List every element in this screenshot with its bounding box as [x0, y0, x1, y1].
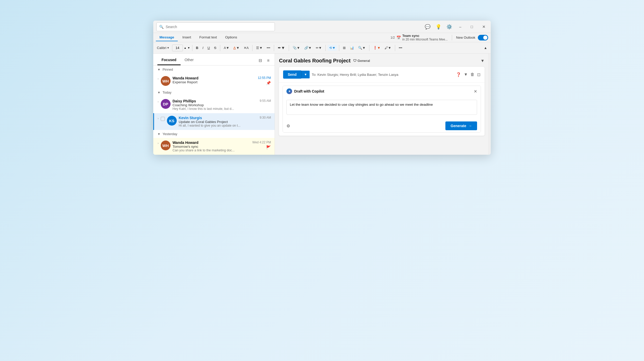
- pop-out-icon[interactable]: ⊡: [477, 72, 480, 77]
- editor-button[interactable]: ✒▼: [276, 44, 287, 51]
- focused-other-tabs: Focused Other ⊟ ≡: [153, 54, 275, 65]
- expand-arrow[interactable]: ›: [158, 100, 159, 103]
- email-sender: Wanda Howard: [173, 76, 256, 80]
- copilot-prompt-input[interactable]: Let the team know we decided to use clay…: [286, 100, 477, 115]
- copilot-close-button[interactable]: ✕: [474, 89, 477, 94]
- maximize-button[interactable]: □: [469, 23, 475, 30]
- underline-button[interactable]: U: [206, 45, 211, 51]
- link-button[interactable]: 🔗▼: [303, 45, 313, 51]
- copilot-icon: ✦: [286, 88, 292, 94]
- general-label: General: [358, 59, 370, 63]
- meeting-subtitle: in 20 min Microsoft Teams Mee...: [402, 38, 448, 41]
- search-input[interactable]: [166, 25, 272, 29]
- tab-options[interactable]: Options: [222, 34, 241, 41]
- layout-icon[interactable]: ⊟: [258, 57, 263, 64]
- to-icons: ❓ ▼ 🗑 ⊡: [456, 72, 480, 77]
- copilot-title-text: Draft with Copilot: [294, 89, 324, 93]
- collapse-view-button[interactable]: ▼: [480, 59, 485, 63]
- yesterday-label: Yesterday: [163, 132, 177, 136]
- editor-icon: ✒▼: [278, 45, 285, 50]
- filter-icon[interactable]: ≡: [266, 57, 270, 64]
- scrollbar[interactable]: [489, 54, 491, 155]
- importance-button[interactable]: ❗▼: [371, 45, 382, 51]
- fo-icons: ⊟ ≡: [258, 57, 270, 64]
- font-size-down[interactable]: ▼: [188, 46, 190, 49]
- expand-arrow[interactable]: ›: [158, 117, 159, 120]
- list-button[interactable]: ☰▼: [255, 45, 264, 51]
- settings-icon[interactable]: ⚙️: [446, 24, 452, 30]
- strikethrough-button[interactable]: S: [213, 45, 218, 51]
- clear-format-button[interactable]: ✕A: [242, 45, 250, 51]
- send-dropdown-button[interactable]: ▼: [301, 71, 310, 78]
- email-time: Wed 4:22 PM: [252, 141, 271, 144]
- chart-button[interactable]: 📊: [348, 45, 355, 51]
- more-button[interactable]: •••: [265, 45, 272, 51]
- strikethrough-icon: S: [214, 46, 216, 50]
- font-color-button[interactable]: A▼: [232, 45, 241, 51]
- table-icon: ⊞: [343, 46, 346, 50]
- font-dropdown[interactable]: Calibri ▼: [155, 45, 171, 51]
- close-button[interactable]: ✕: [480, 23, 488, 30]
- pinned-section-header[interactable]: ▼ Pinned: [153, 65, 275, 73]
- avatar: WH: [161, 76, 171, 86]
- send-button-group: Send ▼: [283, 70, 310, 79]
- email-body: Daisy Phillips Coaching Workshop Hey Kat…: [173, 99, 258, 111]
- separator-4: [274, 45, 274, 51]
- tab-other[interactable]: Other: [181, 56, 198, 65]
- sensitivity-button[interactable]: 🖊▼: [383, 45, 393, 51]
- bold-button[interactable]: B: [194, 45, 200, 51]
- table-button[interactable]: ⊞: [341, 45, 347, 51]
- avatar: DP: [161, 99, 171, 109]
- separator-5: [289, 45, 289, 51]
- loop-icon: ⟲▼: [329, 46, 335, 50]
- expand-arrow[interactable]: ›: [158, 77, 159, 80]
- email-subject-heading: Coral Gables Roofing Project: [279, 58, 351, 64]
- yesterday-section-header[interactable]: ▼ Yesterday: [153, 130, 275, 138]
- today-section-header[interactable]: ▼ Today: [153, 88, 275, 96]
- email-item-wh-expense[interactable]: › WH Wanda Howard Expense Report 12:55 P…: [153, 73, 275, 88]
- email-checkbox[interactable]: [161, 117, 165, 121]
- email-subject: Expense Report: [173, 80, 256, 84]
- email-preview: Hey Katri, I know this is last minute, b…: [173, 107, 258, 111]
- toolbar: Calibri ▼ 14 ▲ ▼ B I U S A▼ A▼ ✕A ☰▼ •••…: [153, 42, 491, 54]
- send-button[interactable]: Send: [283, 70, 301, 79]
- email-item-wh-sync[interactable]: › WH Wanda Howard Tomorrow's sync Can yo…: [153, 138, 275, 155]
- italic-button[interactable]: I: [201, 45, 205, 51]
- expand-arrow[interactable]: ›: [158, 142, 159, 145]
- annotation-button[interactable]: ✏▼: [314, 45, 324, 51]
- font-size-up[interactable]: ▲: [184, 46, 187, 49]
- separator-3: [252, 45, 252, 51]
- search-box[interactable]: 🔍: [156, 22, 275, 31]
- email-preview: Can you share a link to the marketing do…: [173, 149, 250, 152]
- collapse-button[interactable]: ▲: [482, 45, 489, 51]
- generate-button[interactable]: Generate →: [445, 121, 477, 130]
- highlight-button[interactable]: A▼: [222, 45, 231, 51]
- tab-insert[interactable]: Insert: [179, 34, 195, 41]
- meeting-badge[interactable]: 1/2 📅 Team sync in 20 min Microsoft Team…: [391, 34, 448, 41]
- attach-icon: 📎▼: [293, 46, 300, 50]
- loop-button[interactable]: ⟲▼: [328, 45, 337, 51]
- feedback-icon[interactable]: 💬: [425, 24, 430, 30]
- lightbulb-icon[interactable]: 💡: [436, 24, 441, 30]
- tab-message[interactable]: Message: [156, 34, 178, 41]
- tab-focused[interactable]: Focused: [157, 56, 181, 65]
- new-outlook-label: New Outlook: [456, 36, 475, 39]
- shield-icon: 🛡: [353, 59, 357, 63]
- collapse-icon: ▲: [484, 46, 487, 50]
- title-bar: 🔍 💬 💡 ⚙️ – □ ✕: [153, 21, 491, 33]
- minimize-button[interactable]: –: [457, 23, 463, 30]
- delete-draft-icon[interactable]: 🗑: [470, 72, 474, 77]
- new-outlook-toggle[interactable]: [478, 35, 488, 40]
- more-options-button[interactable]: •••: [397, 45, 404, 51]
- email-item-ks-coral[interactable]: › KS Kevin Sturgis Update on Coral Gable…: [153, 113, 275, 130]
- email-item-dp-coaching[interactable]: › DP Daisy Phillips Coaching Workshop He…: [153, 96, 275, 113]
- tab-format-text[interactable]: Format text: [196, 34, 221, 41]
- email-meta: Wed 4:22 PM 🚩: [252, 141, 271, 150]
- font-size-box[interactable]: 14: [172, 45, 183, 51]
- help-icon[interactable]: ❓: [456, 72, 461, 77]
- attach-button[interactable]: 📎▼: [291, 45, 302, 51]
- email-subject: Tomorrow's sync: [173, 145, 250, 149]
- copilot-settings-icon[interactable]: ⚙: [286, 124, 290, 128]
- expand-recipients-icon[interactable]: ▼: [464, 72, 468, 77]
- copilot-btn[interactable]: 🔍▼: [357, 45, 367, 51]
